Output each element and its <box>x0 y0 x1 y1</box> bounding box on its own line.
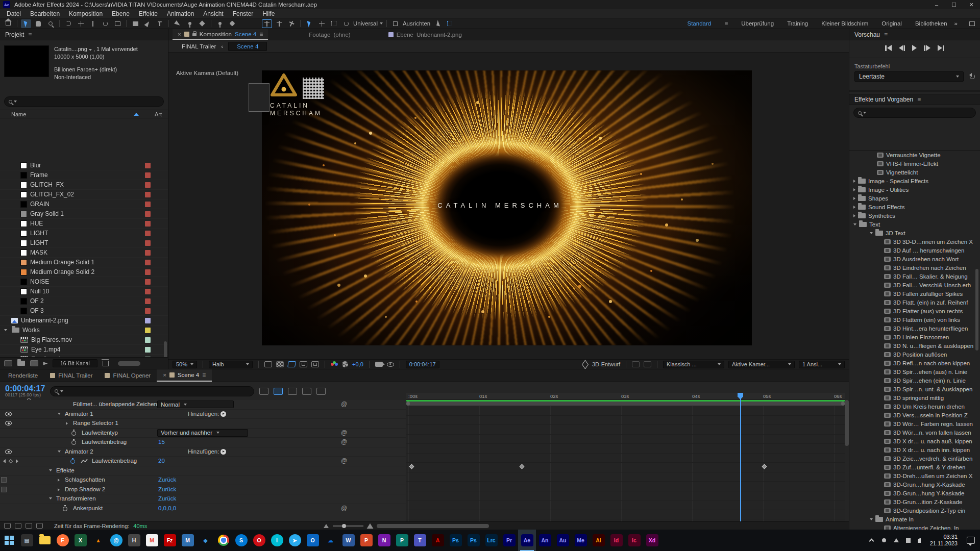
project-item[interactable]: GLITCH_FX_02 <box>0 190 168 199</box>
effects-item[interactable]: 3D Refl…n nach oben kippen <box>849 359 980 367</box>
effects-item[interactable]: 3D Text <box>849 229 980 237</box>
caret-closed-icon[interactable] <box>853 197 855 200</box>
effects-item[interactable]: 3D-Grundposition Z-Typ ein <box>849 506 980 515</box>
add-keyframe-icon[interactable] <box>9 459 13 463</box>
timeline-hscroll[interactable] <box>377 524 489 528</box>
world-axis-mode[interactable] <box>274 19 284 28</box>
tray-expand-icon[interactable] <box>869 537 875 543</box>
menu-item-hilfe[interactable]: Hilfe <box>258 10 279 17</box>
visibility-eye-icon[interactable] <box>5 449 12 454</box>
effects-item[interactable]: Animate In <box>849 515 980 523</box>
zoom-in-icon[interactable] <box>367 523 374 528</box>
shortcut-dropdown[interactable]: Leertaste <box>854 71 964 82</box>
taskbar-gmail-icon[interactable]: M <box>143 530 161 551</box>
next-keyframe-icon[interactable] <box>16 459 18 463</box>
stopwatch-icon[interactable] <box>71 431 76 436</box>
timeline-row-drop-shadow-2[interactable]: Drop Shadow 2Zurück <box>0 485 406 495</box>
taskbar-firefox-icon[interactable]: F <box>54 530 71 551</box>
pan-camera-tool[interactable] <box>76 19 86 28</box>
project-tab[interactable]: Projekt <box>5 31 24 38</box>
effects-item[interactable]: 3D Flatt. (ein) in zuf. Reihenf <box>849 298 980 307</box>
effects-item[interactable]: Vignettelicht <box>849 168 980 177</box>
property-value[interactable]: 15 <box>158 439 165 445</box>
effects-item[interactable]: 3D X dr… u. nach auß. kippen <box>849 437 980 445</box>
effects-item[interactable]: Text <box>849 220 980 229</box>
workspace-kleiner-bildschirm[interactable]: Kleiner Bildschirm <box>821 20 868 27</box>
caret-closed-icon[interactable] <box>58 479 60 482</box>
effects-item[interactable]: 3D Zeic…verdreh. & einfärben <box>849 454 980 463</box>
timeline-row-range-selector-1[interactable]: Range Selector 1 <box>0 419 406 429</box>
taskbar-onenote-icon[interactable]: N <box>375 530 393 551</box>
timeline-tab-final-opener[interactable]: FINAL Opener <box>99 369 157 382</box>
project-item[interactable]: GRAIN <box>0 199 168 209</box>
column-name[interactable]: Name <box>11 111 26 117</box>
label-color-chip[interactable] <box>145 250 151 256</box>
current-timecode[interactable]: 0:00:04:17 <box>5 385 45 392</box>
effects-item[interactable]: 3D Hint…era herunterfliegen <box>849 324 980 333</box>
timeline-track-row[interactable] <box>406 425 845 435</box>
play-button[interactable] <box>912 45 917 51</box>
effect-enable-box[interactable] <box>1 477 7 483</box>
label-color-chip[interactable] <box>145 202 151 207</box>
gizmo-select-tool[interactable] <box>304 19 314 28</box>
label-color-chip[interactable] <box>145 231 151 236</box>
menu-item-fenster[interactable]: Fenster <box>228 10 258 17</box>
effects-item[interactable]: Sound Effects <box>849 203 980 211</box>
project-item[interactable]: OF 3 <box>0 306 168 316</box>
network-icon[interactable] <box>918 537 924 543</box>
panel-menu-icon[interactable]: ≡ <box>28 31 32 38</box>
toggle-modes-icon[interactable] <box>36 523 43 529</box>
menu-item-ansicht[interactable]: Ansicht <box>199 10 228 17</box>
view-axis-mode[interactable] <box>286 19 297 28</box>
composition-viewport[interactable]: Aktive Kamera (Default) <box>168 53 849 359</box>
previous-frame-button[interactable] <box>899 45 905 51</box>
composition-mini-flowchart-icon[interactable] <box>259 388 268 395</box>
stopwatch-icon[interactable] <box>71 440 76 445</box>
caret-open-icon[interactable] <box>870 518 873 520</box>
rectangle-tool[interactable] <box>130 19 140 28</box>
label-color-chip[interactable] <box>145 328 151 333</box>
trash-icon[interactable] <box>103 361 109 366</box>
project-item[interactable]: Eye 1.mp4 <box>0 345 168 355</box>
keyframe-icon[interactable] <box>520 464 525 469</box>
3d-draft-label[interactable]: 3D-Entwurf <box>592 361 620 367</box>
taskbar-vlc-icon[interactable]: ▲ <box>89 530 107 551</box>
effects-item[interactable]: Alternierende Zeichen, In <box>849 523 980 530</box>
project-item[interactable]: LIGHT <box>0 229 168 238</box>
taskbar-filezilla-icon[interactable]: Fz <box>161 530 179 551</box>
close-tab-icon[interactable]: × <box>178 31 181 37</box>
taskbar-defender-icon[interactable]: ◆ <box>197 530 214 551</box>
roto-brush-tool[interactable] <box>197 19 207 28</box>
taskbar-powerpoint-icon[interactable]: P <box>357 530 375 551</box>
workspace-überprüfung[interactable]: Überprüfung <box>741 20 774 27</box>
resolution-dropdown[interactable]: Halb <box>209 361 253 368</box>
property-value[interactable]: 20 <box>158 458 165 464</box>
caret-open-icon[interactable] <box>4 329 7 331</box>
project-item[interactable]: Unbenannt-2.png <box>0 316 168 325</box>
effects-item[interactable]: Verrauschte Vignette <box>849 151 980 159</box>
taskbar-after-effects-icon[interactable]: Ae <box>518 530 536 551</box>
label-color-chip[interactable] <box>145 192 151 197</box>
viewer-timecode[interactable]: 0:00:04:17 <box>406 361 439 368</box>
taskbar-acrobat-icon[interactable]: A <box>429 530 447 551</box>
workspace-overflow[interactable]: » <box>954 20 958 27</box>
motion-blur-icon[interactable] <box>302 388 311 395</box>
footage-tab[interactable]: Footage(ohne) <box>302 32 357 38</box>
taskbar-indesign-icon[interactable]: Id <box>607 530 625 551</box>
toggle-switches-icon[interactable] <box>26 523 32 529</box>
panel-options-button[interactable] <box>967 19 977 28</box>
graph-icon[interactable] <box>81 459 88 464</box>
snapshot-icon[interactable] <box>375 362 383 367</box>
workspace-original[interactable]: Original <box>881 20 902 27</box>
label-color-chip[interactable] <box>145 240 151 246</box>
effects-item[interactable]: 3D Fallen zufälliger Spikes <box>849 289 980 298</box>
taskbar-word-icon[interactable]: W <box>339 530 357 551</box>
effects-item[interactable]: 3D Wör… Farben regn. lassen <box>849 419 980 428</box>
gizmo-rotate-tool[interactable] <box>341 19 351 28</box>
stopwatch-icon[interactable] <box>70 459 75 464</box>
dolly-camera-tool[interactable] <box>88 19 98 28</box>
search-options-icon[interactable] <box>60 390 63 392</box>
show-snapshot-icon[interactable] <box>387 362 394 367</box>
label-color-chip[interactable] <box>145 182 151 188</box>
channel-icon[interactable] <box>331 361 338 367</box>
